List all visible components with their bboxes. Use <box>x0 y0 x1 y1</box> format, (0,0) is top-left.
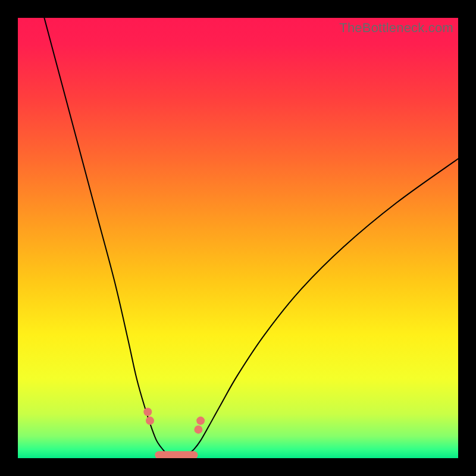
marker-dot <box>194 425 202 434</box>
marker-dot <box>196 416 205 425</box>
plot-area: TheBottleneck.com <box>18 18 458 458</box>
marker-dot <box>143 408 152 416</box>
curve-layer <box>18 18 458 458</box>
chart-frame: TheBottleneck.com <box>0 0 476 476</box>
curve-right-branch <box>190 159 458 453</box>
curve-left-branch <box>44 18 165 452</box>
marker-dot <box>146 416 154 425</box>
